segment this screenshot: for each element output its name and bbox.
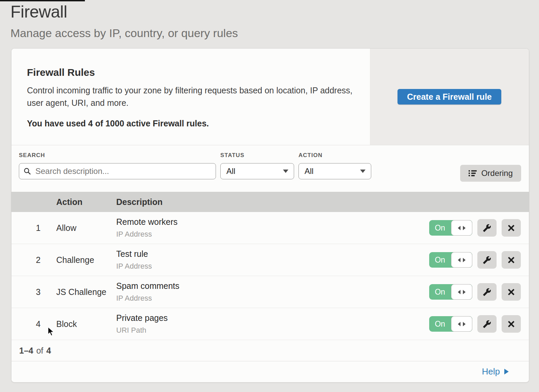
rule-controls: On (429, 251, 529, 269)
toggle-knob[interactable] (451, 220, 472, 236)
rule-enabled-toggle[interactable]: On (429, 220, 472, 236)
chevron-down-icon (283, 170, 288, 173)
search-label: SEARCH (19, 152, 216, 159)
drag-arrows-icon (458, 258, 466, 262)
overview-section: Firewall Rules Control incoming traffic … (11, 49, 529, 145)
page-title: Firewall (10, 3, 539, 21)
search-icon (24, 168, 31, 175)
arrow-right-icon (504, 369, 509, 374)
wrench-icon (483, 224, 491, 232)
screen-edge-artifact (0, 0, 85, 1)
search-input[interactable] (19, 163, 216, 179)
help-link[interactable]: Help (482, 366, 509, 377)
wrench-icon (483, 320, 491, 328)
table-row: 2 Challenge Test rule IP Address On (11, 244, 529, 276)
rule-priority: 2 (11, 255, 56, 265)
rule-enabled-toggle[interactable]: On (429, 284, 472, 300)
rule-action: Challenge (56, 255, 116, 265)
toggle-on-label: On (429, 252, 451, 268)
rule-action: Block (56, 319, 116, 329)
edit-rule-button[interactable] (477, 315, 497, 333)
pagination-range: 1–4 (19, 346, 33, 356)
rule-priority: 1 (11, 223, 56, 233)
rule-enabled-toggle[interactable]: On (429, 252, 472, 268)
pagination: 1–4 of 4 (11, 340, 529, 361)
toggle-knob[interactable] (451, 252, 472, 268)
close-icon (508, 289, 515, 296)
action-select-value: All (305, 167, 314, 176)
rule-description-cell: Remote workers IP Address (116, 217, 429, 239)
rule-priority: 3 (11, 287, 56, 297)
delete-rule-button[interactable] (502, 251, 521, 269)
rule-controls: On (429, 315, 529, 333)
rule-description-cell: Test rule IP Address (116, 249, 429, 271)
rule-match-type: IP Address (116, 262, 429, 271)
action-select[interactable]: All (298, 163, 371, 179)
help-link-label: Help (482, 366, 500, 377)
page-subtitle: Manage access by IP, country, or query r… (10, 27, 539, 40)
rule-description: Test rule (116, 249, 429, 259)
wrench-icon (483, 288, 491, 296)
page-header: Firewall Manage access by IP, country, o… (0, 0, 539, 40)
column-header-description: Description (116, 197, 529, 207)
searchbox (19, 163, 216, 179)
table-header: Action Description (11, 192, 529, 212)
chevron-down-icon (360, 170, 366, 173)
action-field-group: ACTION All (298, 152, 371, 192)
filters-bar: SEARCH STATUS All ACTION All (11, 145, 529, 192)
rule-match-type: IP Address (116, 294, 429, 303)
rule-controls: On (429, 283, 529, 301)
toggle-knob[interactable] (451, 284, 472, 300)
section-description-line2: user agent, URI, and more. (27, 97, 353, 109)
drag-arrows-icon (458, 290, 466, 294)
delete-rule-button[interactable] (502, 219, 521, 237)
ordering-button[interactable]: Ordering (460, 165, 521, 182)
rule-description: Remote workers (116, 217, 429, 227)
usage-summary: You have used 4 of 1000 active Firewall … (27, 119, 353, 128)
delete-rule-button[interactable] (502, 283, 521, 301)
section-heading: Firewall Rules (27, 67, 353, 78)
edit-rule-button[interactable] (477, 251, 497, 269)
toggle-on-label: On (429, 284, 451, 300)
help-footer: Help (11, 361, 529, 382)
status-select[interactable]: All (220, 163, 294, 179)
status-select-value: All (226, 167, 235, 176)
wrench-icon (483, 256, 491, 264)
firewall-rules-card: Firewall Rules Control incoming traffic … (11, 48, 529, 383)
create-rule-panel: Create a Firewall rule (370, 49, 529, 145)
rule-description-cell: Spam comments IP Address (116, 281, 429, 303)
rule-action: JS Challenge (56, 287, 116, 297)
rule-description: Private pages (116, 313, 429, 323)
table-row: 1 Allow Remote workers IP Address On (11, 212, 529, 244)
search-field-group: SEARCH (19, 152, 216, 192)
ordering-button-label: Ordering (481, 169, 513, 178)
pagination-total: 4 (46, 346, 51, 356)
column-header-action: Action (56, 197, 116, 207)
create-firewall-rule-button[interactable]: Create a Firewall rule (398, 89, 501, 104)
edit-rule-button[interactable] (477, 219, 497, 237)
toggle-on-label: On (429, 316, 451, 332)
pagination-of-label: of (36, 346, 43, 356)
status-field-group: STATUS All (220, 152, 294, 192)
status-label: STATUS (220, 152, 294, 159)
drag-arrows-icon (458, 322, 466, 326)
ordered-list-icon (469, 170, 477, 177)
table-row: 3 JS Challenge Spam comments IP Address … (11, 276, 529, 308)
table-row: 4 Block Private pages URI Path On (11, 308, 529, 340)
rule-description-cell: Private pages URI Path (116, 313, 429, 335)
rule-description: Spam comments (116, 281, 429, 291)
edit-rule-button[interactable] (477, 283, 497, 301)
mouse-cursor (47, 327, 56, 337)
drag-arrows-icon (458, 226, 466, 230)
toggle-knob[interactable] (451, 316, 472, 332)
close-icon (508, 321, 515, 328)
rule-action: Allow (56, 223, 116, 233)
toggle-on-label: On (429, 220, 451, 236)
close-icon (508, 257, 515, 264)
rule-match-type: URI Path (116, 326, 429, 335)
rule-enabled-toggle[interactable]: On (429, 316, 472, 332)
section-description-line1: Control incoming traffic to your zone by… (27, 84, 353, 97)
rule-match-type: IP Address (116, 230, 429, 239)
action-label: ACTION (298, 152, 371, 159)
delete-rule-button[interactable] (502, 315, 521, 333)
